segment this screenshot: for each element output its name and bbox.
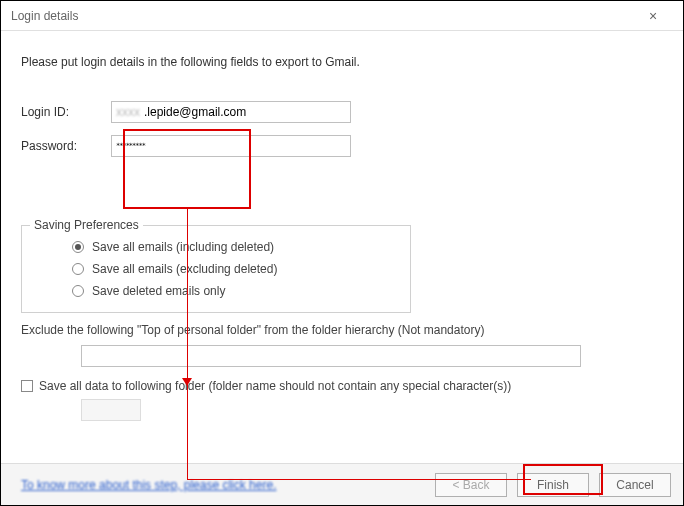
- login-masked-prefix: xxxx: [116, 105, 144, 119]
- radio-opt1[interactable]: Save all emails (including deleted): [72, 240, 400, 254]
- instructions-text: Please put login details in the followin…: [21, 55, 663, 69]
- login-input[interactable]: xxxx .lepide@gmail.com: [111, 101, 351, 123]
- login-value: .lepide@gmail.com: [144, 105, 246, 119]
- radio-opt3[interactable]: Save deleted emails only: [72, 284, 400, 298]
- password-label: Password:: [21, 139, 111, 153]
- checkbox-icon: [21, 380, 33, 392]
- save-folder-row[interactable]: Save all data to following folder (folde…: [21, 379, 663, 393]
- saving-legend: Saving Preferences: [30, 218, 143, 232]
- dialog-content: Please put login details in the followin…: [1, 31, 683, 463]
- radio-icon: [72, 263, 84, 275]
- help-link[interactable]: To know more about this step, please cli…: [21, 478, 276, 492]
- save-folder-label: Save all data to following folder (folde…: [39, 379, 511, 393]
- finish-button[interactable]: Finish: [517, 473, 589, 497]
- save-folder-input: [81, 399, 141, 421]
- close-icon[interactable]: ×: [633, 8, 673, 24]
- dialog-footer: To know more about this step, please cli…: [1, 463, 683, 505]
- window-title: Login details: [11, 9, 633, 23]
- radio-opt2[interactable]: Save all emails (excluding deleted): [72, 262, 400, 276]
- password-row: Password:: [21, 135, 663, 157]
- password-input[interactable]: [111, 135, 351, 157]
- cancel-button[interactable]: Cancel: [599, 473, 671, 497]
- login-label: Login ID:: [21, 105, 111, 119]
- exclude-input[interactable]: [81, 345, 581, 367]
- radio-icon: [72, 285, 84, 297]
- radio-icon: [72, 241, 84, 253]
- back-button[interactable]: < Back: [435, 473, 507, 497]
- saving-preferences-group: Saving Preferences Save all emails (incl…: [21, 225, 411, 313]
- exclude-label: Exclude the following "Top of personal f…: [21, 323, 663, 337]
- titlebar: Login details ×: [1, 1, 683, 31]
- login-row: Login ID: xxxx .lepide@gmail.com: [21, 101, 663, 123]
